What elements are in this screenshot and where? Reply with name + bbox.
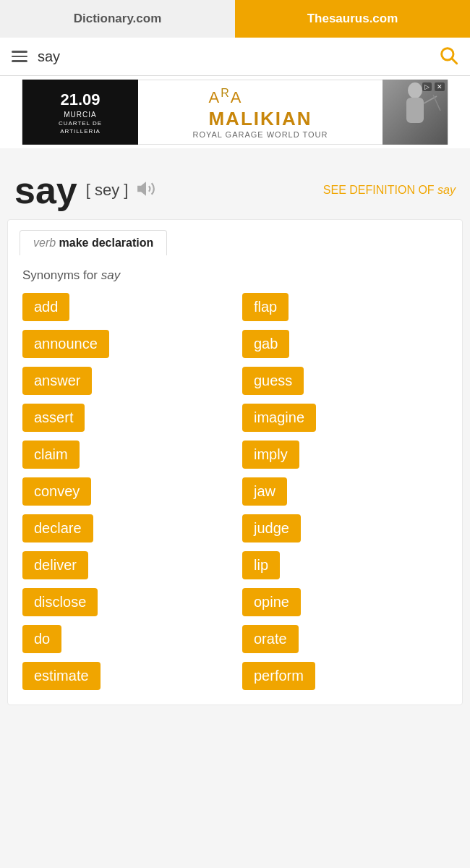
synonyms-label: Synonyms for say: [8, 255, 462, 293]
ad-inner: 21.09 MURCIA CUARTEL DE ARTILLERIA ARA M…: [22, 80, 448, 145]
synonym-cell-left: deliver: [22, 551, 228, 579]
synonyms-for-text: Synonyms for: [22, 268, 98, 282]
word-header: say [ sey ] SEE DEFINITION OF say: [0, 156, 470, 219]
see-definition-link[interactable]: SEE DEFINITION OF say: [323, 184, 456, 197]
synonym-tag[interactable]: disclose: [22, 588, 98, 616]
search-button[interactable]: [438, 45, 458, 68]
synonym-cell-right: opine: [242, 588, 448, 616]
verb-tab-container: verb make declaration: [8, 220, 462, 255]
ad-venue-line1: CUARTEL DE: [59, 120, 102, 127]
synonym-cell-right: orate: [242, 625, 448, 653]
synonym-tag[interactable]: opine: [242, 588, 301, 616]
tab-dictionary[interactable]: Dictionary.com: [0, 0, 235, 38]
synonym-tag[interactable]: declare: [22, 514, 93, 542]
synonym-cell-right: jaw: [242, 477, 448, 506]
ad-city: MURCIA: [64, 111, 96, 119]
ad-banner: 21.09 MURCIA CUARTEL DE ARTILLERIA ARA M…: [0, 76, 470, 148]
speaker-icon[interactable]: [137, 179, 155, 201]
synonym-tag[interactable]: flap: [242, 293, 289, 321]
ad-controls: ▷ ✕: [422, 82, 445, 91]
synonym-cell-right: guess: [242, 367, 448, 395]
word-phonetic: [ sey ]: [86, 181, 129, 200]
synonym-cell-left: do: [22, 625, 228, 653]
tab-thesaurus[interactable]: Thesaurus.com: [235, 0, 470, 38]
word-title: say: [14, 169, 77, 212]
synonym-cell-right: judge: [242, 514, 448, 542]
synonym-cell-right: gab: [242, 330, 448, 358]
synonym-cell-left: assert: [22, 404, 228, 432]
menu-button[interactable]: [12, 51, 27, 62]
synonym-cell-left: estimate: [22, 662, 228, 690]
synonym-cell-right: perform: [242, 662, 448, 690]
synonym-tag[interactable]: guess: [242, 367, 304, 395]
svg-point-2: [408, 82, 422, 98]
synonym-cell-right: imply: [242, 441, 448, 469]
synonym-tag[interactable]: do: [22, 625, 61, 653]
synonym-cell-right: flap: [242, 293, 448, 321]
svg-marker-6: [139, 183, 146, 194]
tab-thesaurus-label: Thesaurus.com: [307, 12, 398, 26]
ad-left: 21.09 MURCIA CUARTEL DE ARTILLERIA: [22, 80, 138, 145]
synonym-tag[interactable]: jaw: [242, 477, 287, 506]
synonym-tag[interactable]: answer: [22, 367, 92, 395]
synonym-cell-left: disclose: [22, 588, 228, 616]
synonym-tag[interactable]: orate: [242, 625, 299, 653]
search-bar: [0, 38, 470, 76]
synonym-cell-left: claim: [22, 441, 228, 469]
ad-artist-name: ARA MALIKIAN: [208, 85, 312, 130]
synonym-cell-left: add: [22, 293, 228, 321]
synonym-tag[interactable]: gab: [242, 330, 289, 358]
synonym-tag[interactable]: convey: [22, 477, 91, 506]
synonym-tag[interactable]: imply: [242, 441, 299, 469]
tab-dictionary-label: Dictionary.com: [74, 12, 162, 26]
synonym-tag[interactable]: perform: [242, 662, 315, 690]
main-card: verb make declaration Synonyms for say a…: [7, 219, 463, 705]
synonym-tag[interactable]: imagine: [242, 404, 316, 432]
synonym-cell-right: lip: [242, 551, 448, 579]
synonym-tag[interactable]: lip: [242, 551, 280, 579]
synonym-cell-left: declare: [22, 514, 228, 542]
synonym-tag[interactable]: judge: [242, 514, 301, 542]
see-definition-word: say: [437, 184, 456, 196]
ad-middle: ARA MALIKIAN ROYAL GARAGE WORLD TOUR: [138, 80, 383, 145]
ad-subtitle: ROYAL GARAGE WORLD TOUR: [192, 130, 328, 139]
synonyms-grid: addflapannouncegabanswerguessassertimagi…: [8, 293, 462, 690]
ad-date: 21.09: [60, 90, 100, 109]
pos-label: verb: [33, 237, 56, 249]
svg-line-1: [452, 59, 456, 63]
ad-play-icon[interactable]: ▷: [422, 82, 432, 91]
see-definition-prefix: SEE DEFINITION OF: [323, 184, 435, 196]
synonym-tag[interactable]: deliver: [22, 551, 88, 579]
ad-name-prefix: ARA: [208, 88, 242, 106]
synonym-tag[interactable]: assert: [22, 404, 85, 432]
synonym-cell-left: announce: [22, 330, 228, 358]
synonym-cell-right: imagine: [242, 404, 448, 432]
synonyms-word: say: [101, 268, 120, 282]
synonym-tag[interactable]: estimate: [22, 662, 101, 690]
search-input[interactable]: [38, 48, 428, 65]
synonym-cell-left: answer: [22, 367, 228, 395]
synonym-tag[interactable]: claim: [22, 441, 80, 469]
synonym-tag[interactable]: add: [22, 293, 69, 321]
tab-bar: Dictionary.com Thesaurus.com: [0, 0, 470, 38]
synonym-tag[interactable]: announce: [22, 330, 109, 358]
synonym-cell-left: convey: [22, 477, 228, 506]
ad-name-main: MALIKIAN: [208, 108, 312, 129]
hamburger-line-3: [12, 60, 27, 62]
hamburger-line-2: [12, 56, 27, 58]
svg-line-5: [433, 95, 440, 111]
ad-close-icon[interactable]: ✕: [435, 82, 445, 91]
verb-tab[interactable]: verb make declaration: [20, 230, 167, 255]
pos-definition: make declaration: [59, 237, 154, 249]
ad-venue-line2: ARTILLERIA: [60, 128, 101, 135]
ad-image: ▷ ✕: [383, 80, 448, 145]
svg-rect-3: [406, 98, 424, 123]
hamburger-line-1: [12, 51, 27, 53]
